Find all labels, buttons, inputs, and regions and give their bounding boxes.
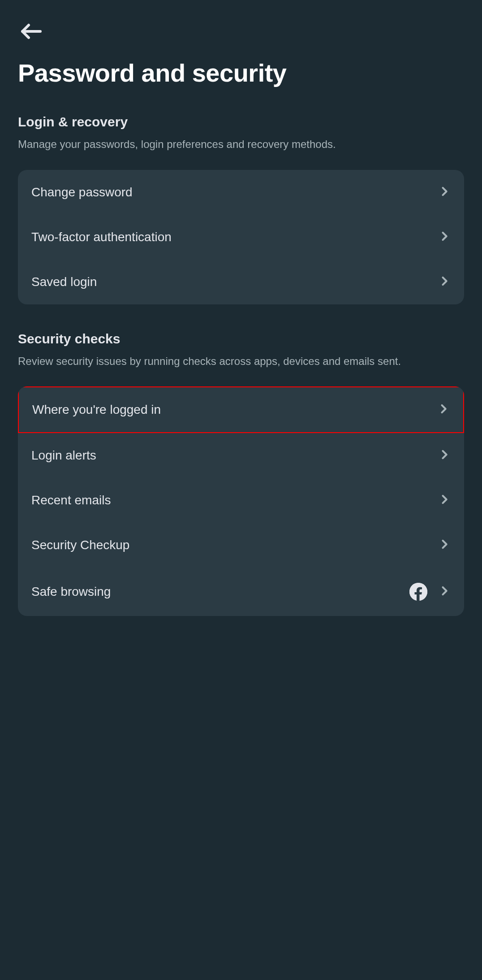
change-password-row[interactable]: Change password <box>18 170 464 215</box>
chevron-right-icon <box>438 185 451 199</box>
chevron-right-icon <box>438 538 451 552</box>
where-youre-logged-in-row[interactable]: Where you're logged in <box>18 386 464 433</box>
chevron-right-icon <box>438 275 451 289</box>
row-label: Safe browsing <box>31 585 409 599</box>
security-checkup-row[interactable]: Security Checkup <box>18 523 464 568</box>
section-title-login-recovery: Login & recovery <box>18 114 464 130</box>
arrow-left-icon <box>21 21 42 42</box>
chevron-right-icon <box>437 403 450 417</box>
row-label: Change password <box>31 185 438 199</box>
login-recovery-panel: Change password Two-factor authenticatio… <box>18 170 464 304</box>
facebook-icon <box>409 583 427 601</box>
chevron-right-icon <box>438 230 451 244</box>
row-label: Security Checkup <box>31 538 438 552</box>
safe-browsing-row[interactable]: Safe browsing <box>18 568 464 616</box>
saved-login-row[interactable]: Saved login <box>18 260 464 304</box>
login-alerts-row[interactable]: Login alerts <box>18 433 464 478</box>
page-title: Password and security <box>18 58 464 87</box>
section-desc-login-recovery: Manage your passwords, login preferences… <box>18 137 464 152</box>
row-label: Login alerts <box>31 448 438 463</box>
recent-emails-row[interactable]: Recent emails <box>18 478 464 523</box>
row-label: Two-factor authentication <box>31 230 438 244</box>
chevron-right-icon <box>438 585 451 599</box>
chevron-right-icon <box>438 448 451 463</box>
row-label: Recent emails <box>31 493 438 507</box>
section-desc-security-checks: Review security issues by running checks… <box>18 354 464 369</box>
chevron-right-icon <box>438 493 451 507</box>
row-label: Where you're logged in <box>32 403 437 417</box>
back-button[interactable] <box>18 18 45 45</box>
security-checks-panel: Where you're logged in Login alerts Rece… <box>18 386 464 616</box>
row-label: Saved login <box>31 275 438 289</box>
two-factor-authentication-row[interactable]: Two-factor authentication <box>18 215 464 260</box>
section-title-security-checks: Security checks <box>18 331 464 347</box>
